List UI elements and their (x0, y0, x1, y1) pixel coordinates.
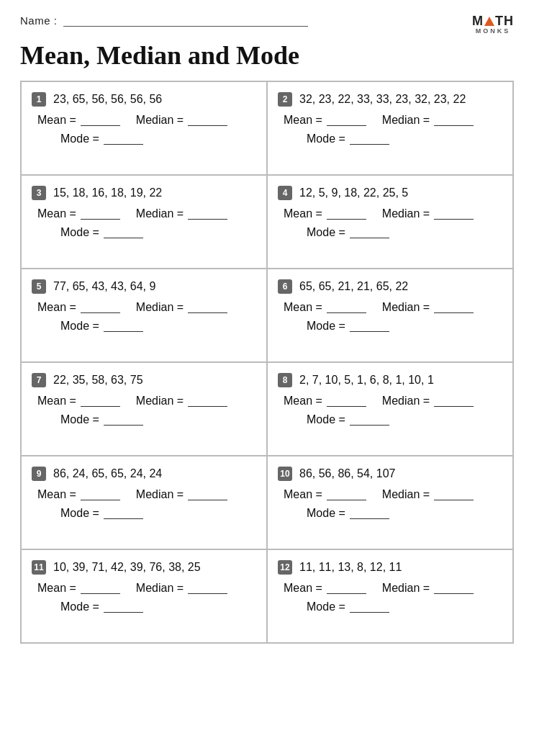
mean-median-row-1: Mean =Median = (37, 114, 253, 127)
median-label-11: Median = (136, 582, 184, 595)
page-title: Mean, Median and Mode (20, 40, 514, 71)
mode-row-7: Mode = (60, 413, 253, 426)
mode-answer-line-12[interactable] (350, 601, 389, 613)
mode-answer-line-8[interactable] (350, 414, 389, 426)
median-answer-line-11[interactable] (188, 582, 227, 594)
logo-top: MTH (472, 14, 514, 27)
mode-row-4: Mode = (307, 226, 499, 239)
problem-cell-5: 577, 65, 43, 43, 64, 9Mean =Median =Mode… (21, 269, 267, 362)
mean-answer-line-11[interactable] (81, 582, 120, 594)
problem-number-row-4: 412, 5, 9, 18, 22, 25, 5 (278, 186, 499, 200)
problem-data-10: 86, 56, 86, 54, 107 (299, 467, 395, 480)
mode-label-7: Mode = (60, 413, 99, 426)
mean-label-3: Mean = (37, 207, 76, 220)
problem-number-9: 9 (32, 467, 46, 481)
mean-label-1: Mean = (37, 114, 76, 127)
mode-answer-line-4[interactable] (350, 227, 389, 238)
problem-number-row-10: 1086, 56, 86, 54, 107 (278, 467, 499, 481)
problem-cell-9: 986, 24, 65, 65, 24, 24Mean =Median =Mod… (21, 456, 267, 549)
mean-median-row-7: Mean =Median = (37, 395, 253, 408)
mean-answer-line-10[interactable] (327, 489, 366, 500)
mode-answer-line-3[interactable] (104, 227, 143, 238)
mean-answer-line-5[interactable] (81, 302, 120, 313)
median-label-4: Median = (382, 207, 430, 220)
median-answer-line-10[interactable] (434, 489, 474, 500)
problems-grid: 123, 65, 56, 56, 56, 56Mean =Median =Mod… (20, 81, 514, 644)
problem-number-row-3: 315, 18, 16, 18, 19, 22 (32, 186, 253, 200)
mode-answer-line-2[interactable] (350, 133, 389, 145)
problem-cell-1: 123, 65, 56, 56, 56, 56Mean =Median =Mod… (21, 81, 267, 175)
mode-label-4: Mode = (307, 226, 345, 239)
median-answer-line-8[interactable] (434, 395, 474, 407)
mean-median-row-6: Mean =Median = (284, 301, 499, 314)
mode-label-9: Mode = (60, 507, 99, 520)
mean-answer-line-4[interactable] (327, 208, 366, 220)
mode-answer-line-10[interactable] (350, 508, 389, 519)
mean-label-7: Mean = (37, 395, 76, 408)
logo-m: M (472, 14, 484, 27)
mode-answer-line-1[interactable] (104, 133, 143, 145)
median-answer-line-3[interactable] (188, 208, 227, 220)
mode-answer-line-9[interactable] (104, 508, 143, 519)
logo-th: TH (495, 14, 514, 27)
problem-number-12: 12 (278, 560, 292, 575)
problem-data-1: 23, 65, 56, 56, 56, 56 (53, 93, 162, 106)
mode-label-5: Mode = (60, 320, 99, 333)
mode-row-3: Mode = (60, 226, 253, 239)
mean-answer-line-6[interactable] (327, 302, 366, 313)
problem-data-5: 77, 65, 43, 43, 64, 9 (53, 280, 155, 293)
median-label-10: Median = (382, 488, 430, 501)
mean-answer-line-8[interactable] (327, 395, 366, 407)
mode-row-1: Mode = (60, 132, 253, 145)
problem-number-1: 1 (32, 92, 46, 107)
median-answer-line-5[interactable] (188, 302, 227, 313)
mean-answer-line-12[interactable] (327, 582, 366, 594)
mode-label-3: Mode = (60, 226, 99, 239)
mean-median-row-11: Mean =Median = (37, 582, 253, 595)
mean-label-5: Mean = (37, 301, 76, 314)
mean-label-12: Mean = (284, 582, 322, 595)
problem-cell-3: 315, 18, 16, 18, 19, 22Mean =Median =Mod… (21, 175, 267, 269)
mode-label-12: Mode = (307, 600, 345, 613)
mode-answer-line-7[interactable] (104, 414, 143, 426)
mode-answer-line-11[interactable] (104, 601, 143, 613)
mean-median-row-2: Mean =Median = (284, 114, 499, 127)
mean-answer-line-2[interactable] (327, 114, 366, 126)
mode-answer-line-6[interactable] (350, 320, 389, 332)
logo-triangle-icon (484, 17, 494, 26)
mode-label-6: Mode = (307, 320, 345, 333)
mean-answer-line-7[interactable] (81, 395, 120, 407)
problem-number-4: 4 (278, 186, 292, 200)
problem-number-row-11: 1110, 39, 71, 42, 39, 76, 38, 25 (32, 560, 253, 575)
problem-number-8: 8 (278, 373, 292, 387)
median-answer-line-4[interactable] (434, 208, 474, 220)
problem-data-4: 12, 5, 9, 18, 22, 25, 5 (299, 186, 408, 199)
problem-cell-6: 665, 65, 21, 21, 65, 22Mean =Median =Mod… (267, 269, 513, 362)
problem-number-row-6: 665, 65, 21, 21, 65, 22 (278, 279, 499, 294)
problem-number-row-7: 722, 35, 58, 63, 75 (32, 373, 253, 387)
mean-label-9: Mean = (37, 488, 76, 501)
median-answer-line-2[interactable] (434, 114, 474, 126)
median-answer-line-7[interactable] (188, 395, 227, 407)
mode-row-9: Mode = (60, 507, 253, 520)
median-label-8: Median = (382, 395, 430, 408)
problem-cell-8: 82, 7, 10, 5, 1, 6, 8, 1, 10, 1Mean =Med… (267, 362, 513, 456)
mean-answer-line-3[interactable] (81, 208, 120, 220)
problem-number-row-2: 232, 23, 22, 33, 33, 23, 32, 23, 22 (278, 92, 499, 107)
problem-data-8: 2, 7, 10, 5, 1, 6, 8, 1, 10, 1 (299, 374, 434, 387)
median-answer-line-12[interactable] (434, 582, 474, 594)
mean-answer-line-9[interactable] (81, 489, 120, 500)
mean-median-row-3: Mean =Median = (37, 207, 253, 220)
problem-number-5: 5 (32, 279, 46, 294)
mean-answer-line-1[interactable] (81, 114, 120, 126)
median-answer-line-6[interactable] (434, 302, 474, 313)
median-answer-line-1[interactable] (188, 114, 227, 126)
mean-median-row-5: Mean =Median = (37, 301, 253, 314)
mean-median-row-9: Mean =Median = (37, 488, 253, 501)
mode-answer-line-5[interactable] (104, 320, 143, 332)
mean-label-2: Mean = (284, 114, 322, 127)
mode-label-2: Mode = (307, 132, 345, 145)
mean-median-row-10: Mean =Median = (284, 488, 499, 501)
median-answer-line-9[interactable] (188, 489, 227, 500)
mean-median-row-8: Mean =Median = (284, 395, 499, 408)
